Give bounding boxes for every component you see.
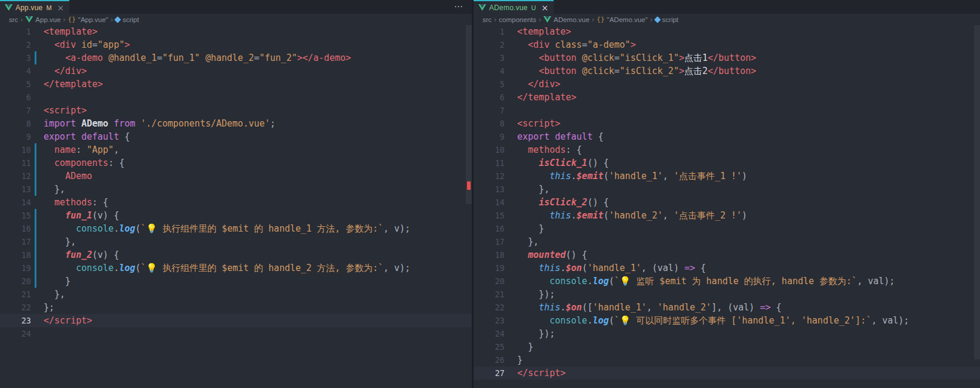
code-line-17[interactable]: 17 }, <box>474 235 980 248</box>
code-line-14[interactable]: 14 methods: { <box>0 196 472 209</box>
code-line-3[interactable]: 3 <button @click="isClick_1">点击1</button… <box>474 51 980 64</box>
breadcrumb-item-src[interactable]: src <box>9 16 18 23</box>
code-line-22[interactable]: 22 this.$on(['handle_1', 'handle_2'], (v… <box>474 301 980 314</box>
line-number[interactable]: 12 <box>474 170 505 183</box>
code-line-21[interactable]: 21 }); <box>474 288 980 301</box>
line-number[interactable]: 18 <box>474 248 505 261</box>
line-number[interactable]: 21 <box>0 288 31 301</box>
code-line-5[interactable]: 5</template> <box>0 78 472 91</box>
scrollbar-thumb[interactable] <box>974 25 980 359</box>
code-line-12[interactable]: 12 ADemo <box>0 170 472 183</box>
line-number[interactable]: 23 <box>474 314 505 327</box>
line-number[interactable]: 6 <box>474 91 505 104</box>
line-number[interactable]: 8 <box>474 117 505 130</box>
line-number[interactable]: 17 <box>474 235 505 248</box>
line-number[interactable]: 9 <box>0 130 31 143</box>
code-line-4[interactable]: 4 </div> <box>0 64 472 78</box>
code-line-17[interactable]: 17 }, <box>0 235 472 248</box>
code-line-3[interactable]: 3 <a-demo @handle_1="fun_1" @handle_2="f… <box>0 51 472 64</box>
code-line-26[interactable]: 26} <box>474 353 980 367</box>
code-line-14[interactable]: 14 isClick_2() { <box>474 196 980 209</box>
code-line-20[interactable]: 20 console.log(`💡 监听 $emit 为 handle 的执行,… <box>474 275 980 288</box>
code-line-5[interactable]: 5 </div> <box>474 78 980 91</box>
code-line-9[interactable]: 9export default { <box>474 130 980 143</box>
breadcrumb-item-script[interactable]: script <box>655 16 678 23</box>
code-line-15[interactable]: 15 fun_1(v) { <box>0 209 472 222</box>
more-actions-icon[interactable]: ⋯ <box>454 1 472 13</box>
code-line-1[interactable]: 1<template> <box>0 25 472 38</box>
line-number[interactable]: 22 <box>474 301 505 314</box>
line-number[interactable]: 20 <box>0 275 31 288</box>
breadcrumb-item-app-vue[interactable]: {}"App.vue" <box>68 16 109 23</box>
breadcrumb-item-app-vue[interactable]: App.vue <box>25 16 60 23</box>
line-number[interactable]: 19 <box>0 261 31 275</box>
code-line-23[interactable]: 23 console.log(`💡 可以同时监听多个事件 ['handle_1'… <box>474 314 980 327</box>
code-line-24[interactable]: 24 }); <box>474 327 980 340</box>
code-line-19[interactable]: 19 this.$on('handle_1', (val) => { <box>474 261 980 275</box>
line-number[interactable]: 1 <box>474 25 505 38</box>
breadcrumb-item-components[interactable]: components <box>499 16 536 23</box>
code-line-23[interactable]: 23</script> <box>0 314 472 327</box>
code-line-2[interactable]: 2 <div class="a-demo"> <box>474 38 980 51</box>
line-number[interactable]: 24 <box>0 327 31 340</box>
line-number[interactable]: 23 <box>0 314 31 327</box>
code-line-11[interactable]: 11 isClick_1() { <box>474 156 980 170</box>
tab-ademo-vue[interactable]: ADemo.vue U × <box>474 0 554 14</box>
code-line-6[interactable]: 6 <box>0 91 472 104</box>
line-number[interactable]: 5 <box>0 78 31 91</box>
line-number[interactable]: 14 <box>0 196 31 209</box>
line-number[interactable]: 25 <box>474 340 505 353</box>
code-line-1[interactable]: 1<template> <box>474 25 980 38</box>
line-number[interactable]: 21 <box>474 288 505 301</box>
line-number[interactable]: 7 <box>474 104 505 117</box>
code-line-12[interactable]: 12 this.$emit('handle_1', '点击事件_1 !') <box>474 170 980 183</box>
code-line-21[interactable]: 21 }, <box>0 288 472 301</box>
line-number[interactable]: 24 <box>474 327 505 340</box>
code-line-7[interactable]: 7<script> <box>0 104 472 117</box>
line-number[interactable]: 26 <box>474 353 505 367</box>
line-number[interactable]: 14 <box>474 196 505 209</box>
line-number[interactable]: 11 <box>474 156 505 170</box>
code-line-18[interactable]: 18 fun_2(v) { <box>0 248 472 261</box>
code-line-25[interactable]: 25 } <box>474 340 980 353</box>
code-line-16[interactable]: 16 } <box>474 222 980 235</box>
breadcrumb[interactable]: src›App.vue›{}"App.vue"›script <box>0 14 472 25</box>
code-line-7[interactable]: 7 <box>474 104 980 117</box>
line-number[interactable]: 7 <box>0 104 31 117</box>
tab-app-vue[interactable]: App.vue M × <box>0 0 69 14</box>
line-number[interactable]: 22 <box>0 301 31 314</box>
code-line-20[interactable]: 20 } <box>0 275 472 288</box>
line-number[interactable]: 9 <box>474 130 505 143</box>
line-number[interactable]: 11 <box>0 156 31 170</box>
code-line-6[interactable]: 6</template> <box>474 91 980 104</box>
code-line-13[interactable]: 13 }, <box>474 183 980 196</box>
code-line-8[interactable]: 8import ADemo from './components/ADemo.v… <box>0 117 472 130</box>
breadcrumb-item-ademo-vue[interactable]: ADemo.vue <box>543 16 589 23</box>
line-number[interactable]: 2 <box>0 38 31 51</box>
close-icon[interactable]: × <box>57 4 64 12</box>
code-line-18[interactable]: 18 mounted() { <box>474 248 980 261</box>
line-number[interactable]: 6 <box>0 91 31 104</box>
code-line-22[interactable]: 22}; <box>0 301 472 314</box>
line-number[interactable]: 1 <box>0 25 31 38</box>
line-number[interactable]: 15 <box>474 209 505 222</box>
code-line-16[interactable]: 16 console.log(`💡 执行组件里的 $emit 的 handle_… <box>0 222 472 235</box>
breadcrumb-item-src[interactable]: src <box>483 16 491 23</box>
code-line-2[interactable]: 2 <div id="app"> <box>0 38 472 51</box>
line-number[interactable]: 8 <box>0 117 31 130</box>
code-line-8[interactable]: 8<script> <box>474 117 980 130</box>
line-number[interactable]: 13 <box>0 183 31 196</box>
close-icon[interactable]: × <box>541 4 548 12</box>
code-line-10[interactable]: 10 name: "App", <box>0 143 472 156</box>
code-line-11[interactable]: 11 components: { <box>0 156 472 170</box>
line-number[interactable]: 5 <box>474 78 505 91</box>
line-number[interactable]: 3 <box>0 51 31 64</box>
line-number[interactable]: 17 <box>0 235 31 248</box>
breadcrumb[interactable]: src›components›ADemo.vue›{}"ADemo.vue"›s… <box>474 14 980 25</box>
line-number[interactable]: 19 <box>474 261 505 275</box>
line-number[interactable]: 10 <box>474 143 505 156</box>
code-line-9[interactable]: 9export default { <box>0 130 472 143</box>
line-number[interactable]: 4 <box>0 64 31 78</box>
breadcrumb-item-script[interactable]: script <box>115 16 139 23</box>
line-number[interactable]: 20 <box>474 275 505 288</box>
